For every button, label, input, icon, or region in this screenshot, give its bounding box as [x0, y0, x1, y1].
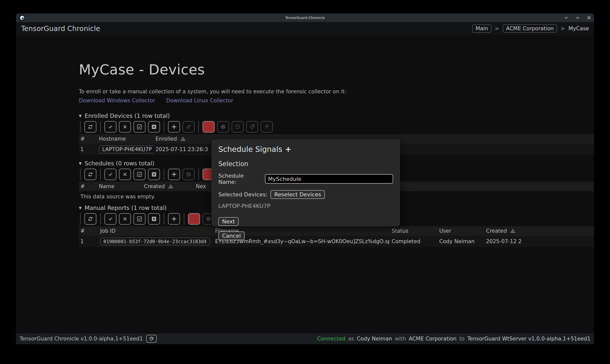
created-datetime: 2025-07-12 21: [486, 238, 522, 244]
hostname-chip[interactable]: LAPTOP-PHE4KU7P [99, 145, 154, 153]
sort-triangle-icon[interactable] [510, 229, 515, 233]
plus-icon [171, 171, 177, 178]
window-title: TensorGuard Chronicle [16, 16, 594, 20]
x-button[interactable] [119, 213, 131, 225]
job-id-chip[interactable]: 01980081-b53f-72d0-9b4e-23ccac3183d4 [100, 238, 210, 245]
check-button[interactable] [104, 213, 116, 225]
x-button[interactable] [119, 169, 131, 180]
refresh-button[interactable] [84, 121, 96, 133]
column-label: # [80, 136, 85, 142]
striped-circle-button[interactable] [217, 121, 229, 133]
intro-text: To enroll or take a manual collection of… [79, 89, 594, 95]
section-title: Enrolled Devices (1 row total) [85, 113, 170, 119]
disable-button[interactable] [183, 169, 195, 180]
column-label: # [80, 183, 85, 189]
toolbar-divider [184, 213, 184, 225]
checkbox-x-icon [151, 171, 157, 178]
red-swatch-button[interactable] [203, 121, 215, 133]
chevron-down-icon [564, 16, 568, 20]
column-header-jobid: Job ID [98, 228, 213, 234]
collect-bird-button[interactable] [183, 121, 195, 133]
x-button[interactable] [119, 121, 131, 133]
column-header-hostname: Hostname [97, 136, 154, 142]
toolbar-divider [198, 169, 199, 180]
toolbar-divider [80, 121, 81, 133]
circle-button[interactable] [232, 121, 244, 133]
schedule-name-label: Schedule Name: [218, 173, 262, 185]
column-header-num: # [79, 228, 98, 234]
deselect-all-checkbox-button[interactable] [148, 169, 160, 180]
maximize-chevron-up-button[interactable] [575, 16, 580, 20]
select-all-checkbox-button[interactable] [133, 169, 145, 180]
select-all-checkbox-button[interactable] [133, 213, 145, 225]
dialog-title-text: Schedule Signals [218, 145, 282, 154]
cell-jobid: 01980081-b53f-72d0-9b4e-23ccac3183d4 [98, 238, 213, 245]
breadcrumb-separator: > [560, 26, 565, 32]
download-linux-link[interactable]: Download Linux Collector [166, 98, 233, 104]
minimize-chevron-down-button[interactable] [564, 16, 568, 20]
tag-button[interactable] [246, 121, 258, 133]
check-icon [107, 216, 114, 222]
bird-icon [185, 124, 192, 130]
deselect-all-checkbox-button[interactable] [148, 213, 160, 225]
toolbar-divider [80, 169, 81, 180]
x-icon [122, 124, 128, 130]
select-all-checkbox-button[interactable] [133, 121, 145, 133]
check-button[interactable] [104, 169, 116, 180]
sort-triangle-icon[interactable] [181, 137, 186, 141]
connection-to-label: to [459, 336, 465, 342]
cell-hostname: LAPTOP-PHE4KU7P [97, 145, 154, 153]
selection-heading: Selection [218, 160, 393, 168]
section-title: Manual Reports (1 row total) [85, 205, 167, 211]
close-icon [587, 16, 591, 20]
x-icon [122, 216, 128, 222]
breadcrumb-main-button[interactable]: Main [472, 25, 491, 33]
toolbar-divider [198, 121, 199, 133]
red-swatch-button[interactable] [188, 213, 200, 225]
app-window: TensorGuard Chronicle TensorGuard Chroni… [16, 14, 594, 344]
close-button[interactable] [587, 16, 591, 20]
download-links: Download Windows Collector Download Linu… [79, 98, 594, 104]
checkbox-check-icon [136, 216, 143, 222]
connection-as-label: as [348, 336, 354, 342]
section-title: Schedules (0 rows total) [85, 160, 155, 167]
circle-slash-icon [185, 171, 192, 178]
refresh-button[interactable] [84, 169, 96, 180]
download-windows-link[interactable]: Download Windows Collector [79, 98, 155, 104]
check-icon [107, 171, 114, 178]
cell-num: 1 [79, 238, 98, 244]
enrolled-devices-header[interactable]: ▼ Enrolled Devices (1 row total) [79, 113, 594, 119]
breadcrumb-current: MyCase [568, 26, 589, 32]
cancel-button[interactable]: Cancel [218, 231, 245, 240]
column-label: Enrolled [156, 136, 177, 142]
column-label: # [80, 228, 85, 234]
cell-num: 1 [79, 146, 97, 152]
column-label: Job ID [100, 228, 115, 234]
checkbox-x-icon [151, 216, 157, 222]
plus-icon [285, 146, 291, 152]
breadcrumb-org-button[interactable]: ACME Corporation [503, 25, 557, 33]
sort-triangle-icon[interactable] [168, 184, 173, 188]
add-button[interactable] [168, 169, 180, 180]
check-button[interactable] [104, 121, 116, 133]
flag-button[interactable] [261, 121, 273, 133]
toolbar-divider [164, 169, 164, 180]
next-button[interactable]: Next [218, 217, 239, 226]
connection-with-label: with [395, 336, 406, 342]
add-button[interactable] [168, 213, 180, 225]
deselect-all-checkbox-button[interactable] [148, 121, 160, 133]
schedule-signals-dialog: Schedule Signals Selection Schedule Name… [212, 140, 400, 226]
schedule-name-input[interactable] [265, 174, 393, 184]
refresh-button[interactable] [84, 213, 96, 225]
add-button[interactable] [168, 121, 180, 133]
toolbar-divider [80, 213, 81, 225]
page-title: MyCase - Devices [79, 61, 594, 78]
x-icon [122, 171, 128, 178]
refresh-icon [87, 171, 94, 178]
column-header-num: # [79, 136, 97, 142]
theme-palette-button[interactable] [146, 335, 157, 343]
column-header-user: User [437, 228, 484, 234]
reselect-devices-button[interactable]: Reselect Devices [270, 190, 325, 199]
column-label: Created [486, 228, 507, 234]
column-header-num: # [79, 183, 97, 189]
